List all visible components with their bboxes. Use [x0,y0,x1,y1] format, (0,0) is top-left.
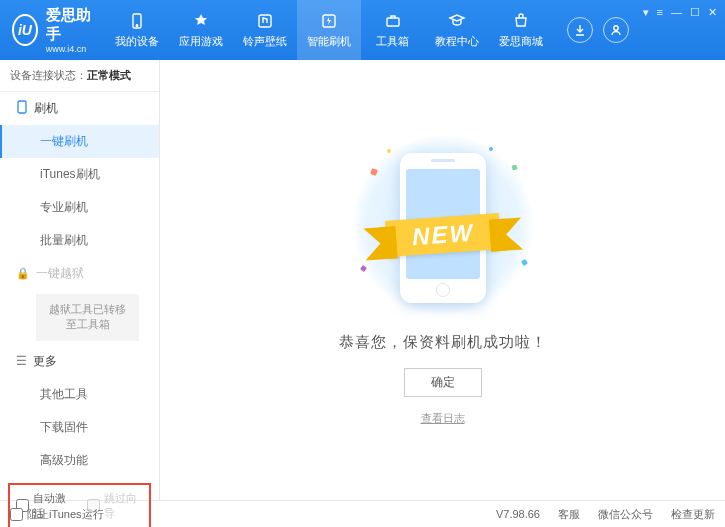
nav-label: 工具箱 [376,34,409,49]
new-ribbon: NEW [384,213,500,257]
checkbox-label: 跳过向导 [104,491,144,521]
svg-rect-4 [387,18,399,26]
ok-button[interactable]: 确定 [404,368,482,397]
lock-icon: 🔒 [16,267,30,280]
svg-point-1 [136,24,138,26]
nav-ringtones[interactable]: 铃声壁纸 [233,0,297,60]
nav-label: 智能刷机 [307,34,351,49]
user-button[interactable] [603,17,629,43]
close-icon[interactable]: ✕ [708,6,717,19]
top-nav: 我的设备 应用游戏 铃声壁纸 智能刷机 工具箱 教程中心 爱思商城 [105,0,553,60]
svg-rect-2 [259,15,271,27]
download-button[interactable] [567,17,593,43]
wechat-link[interactable]: 微信公众号 [598,507,653,522]
window-controls: ▾ ≡ — ☐ ✕ [643,0,725,19]
sidebar-item-advanced[interactable]: 高级功能 [0,444,159,477]
svg-point-5 [613,26,617,30]
app-url: www.i4.cn [46,44,93,54]
sidebar-item-firmware[interactable]: 下载固件 [0,411,159,444]
nav-flash[interactable]: 智能刷机 [297,0,361,60]
sidebar: 设备连接状态：正常模式 刷机 一键刷机 iTunes刷机 专业刷机 批量刷机 🔒… [0,60,160,500]
list-icon: ☰ [16,354,27,368]
sidebar-item-itunes[interactable]: iTunes刷机 [0,158,159,191]
device-icon [128,12,146,30]
sidebar-item-oneclick[interactable]: 一键刷机 [0,125,159,158]
sidebar-group-more[interactable]: ☰ 更多 [0,345,159,378]
checkbox-block-itunes[interactable]: 阻止iTunes运行 [10,507,104,522]
group-label: 一键越狱 [36,265,84,282]
store-icon [512,12,530,30]
nav-label: 应用游戏 [179,34,223,49]
view-log-link[interactable]: 查看日志 [421,411,465,426]
support-link[interactable]: 客服 [558,507,580,522]
main-content: NEW 恭喜您，保资料刷机成功啦！ 确定 查看日志 [160,60,725,500]
jailbreak-note: 越狱工具已转移至工具箱 [36,294,139,341]
settings-icon[interactable]: ≡ [657,6,663,18]
logo-area: iU 爱思助手 www.i4.cn [0,6,105,54]
success-message: 恭喜您，保资料刷机成功啦！ [339,333,547,352]
nav-apps[interactable]: 应用游戏 [169,0,233,60]
group-label: 刷机 [34,100,58,117]
sidebar-group-flash[interactable]: 刷机 [0,92,159,125]
tutorial-icon [448,12,466,30]
update-link[interactable]: 检查更新 [671,507,715,522]
conn-label: 设备连接状态： [10,69,87,81]
conn-value: 正常模式 [87,69,131,81]
menu-icon[interactable]: ▾ [643,6,649,19]
ringtone-icon [256,12,274,30]
connection-status: 设备连接状态：正常模式 [0,60,159,92]
nav-my-device[interactable]: 我的设备 [105,0,169,60]
nav-tutorials[interactable]: 教程中心 [425,0,489,60]
apps-icon [192,12,210,30]
sidebar-group-jailbreak: 🔒 一键越狱 [0,257,159,290]
sidebar-item-batch[interactable]: 批量刷机 [0,224,159,257]
logo-icon: iU [12,14,38,46]
sidebar-item-other[interactable]: 其他工具 [0,378,159,411]
phone-small-icon [16,100,28,117]
maximize-icon[interactable]: ☐ [690,6,700,19]
checkbox-label: 阻止iTunes运行 [27,507,104,522]
toolbox-icon [384,12,402,30]
minimize-icon[interactable]: — [671,6,682,18]
version-label: V7.98.66 [496,508,540,520]
nav-store[interactable]: 爱思商城 [489,0,553,60]
nav-label: 教程中心 [435,34,479,49]
nav-label: 爱思商城 [499,34,543,49]
nav-label: 我的设备 [115,34,159,49]
flash-icon [320,12,338,30]
titlebar: iU 爱思助手 www.i4.cn 我的设备 应用游戏 铃声壁纸 智能刷机 工具… [0,0,725,60]
app-name: 爱思助手 [46,6,93,44]
sidebar-item-pro[interactable]: 专业刷机 [0,191,159,224]
group-label: 更多 [33,353,57,370]
svg-rect-6 [18,101,26,113]
success-illustration: NEW [353,135,533,315]
nav-toolbox[interactable]: 工具箱 [361,0,425,60]
nav-label: 铃声壁纸 [243,34,287,49]
